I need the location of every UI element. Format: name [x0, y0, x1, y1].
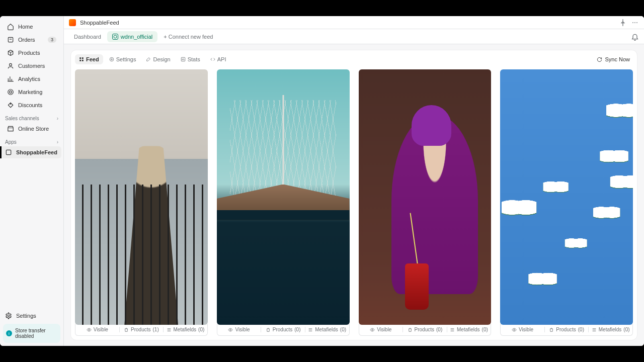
svg-point-16	[372, 329, 373, 330]
sync-now-button[interactable]: Sync Now	[594, 54, 633, 64]
nav-products[interactable]: Products	[2, 47, 61, 59]
nav-label: Products	[18, 50, 40, 56]
card-meta: Visible Products (1) Metafields (0)	[75, 324, 208, 336]
grid-icon	[79, 57, 84, 62]
meta-visible[interactable]: Visible	[217, 327, 261, 332]
meta-metafields[interactable]: Metafields (0)	[588, 327, 632, 332]
meta-visible[interactable]: Visible	[501, 327, 544, 332]
pin-icon[interactable]	[619, 19, 627, 27]
card-meta: Visible Products (0) Metafields (0)	[359, 324, 492, 336]
customers-icon	[7, 62, 14, 69]
brush-icon	[146, 57, 151, 62]
products-icon	[7, 49, 14, 56]
svg-point-3	[10, 91, 12, 94]
eye-icon	[87, 327, 92, 332]
meta-metafields[interactable]: Metafields (0)	[447, 327, 491, 332]
app-topbar: ShoppableFeed ⋯	[64, 16, 644, 29]
feed-tabs: Dashboard wdnn_official + Connect new fe…	[64, 29, 644, 44]
svg-rect-0	[8, 37, 13, 42]
gear-icon	[109, 57, 114, 62]
channels-section[interactable]: Sales channels ›	[0, 112, 63, 122]
subtab-settings[interactable]: Settings	[105, 54, 140, 64]
tab-connect-new[interactable]: + Connect new feed	[158, 31, 218, 42]
nav-label: Discounts	[18, 102, 42, 108]
meta-products[interactable]: Products (0)	[544, 327, 589, 332]
tab-feed-account[interactable]: wdnn_official	[107, 31, 157, 42]
meta-visible[interactable]: Visible	[75, 327, 119, 332]
app-logo-icon	[69, 19, 76, 26]
more-icon[interactable]: ⋯	[631, 19, 639, 27]
list-icon	[167, 327, 172, 332]
nav-settings[interactable]: Settings	[3, 310, 60, 322]
bag-icon	[408, 327, 413, 332]
discounts-icon	[7, 102, 14, 109]
subtab-api[interactable]: API	[206, 54, 230, 64]
nav-marketing[interactable]: Marketing	[2, 86, 61, 98]
eye-icon	[228, 327, 233, 332]
nav-app-shoppablefeed[interactable]: ShoppableFeed	[0, 146, 61, 158]
feed-card[interactable]: Visible Products (0) Metafields (0)	[359, 69, 492, 336]
svg-rect-9	[79, 60, 81, 61]
nav-label: Online Store	[18, 126, 49, 132]
feed-card[interactable]: Visible Products (0) Metafields (0)	[217, 69, 350, 336]
code-icon	[210, 57, 215, 62]
stats-icon	[181, 57, 186, 62]
nav-orders[interactable]: Orders 3	[2, 34, 61, 46]
svg-point-12	[110, 57, 114, 61]
svg-point-14	[88, 329, 90, 330]
nav-label: Marketing	[18, 89, 42, 95]
subtab-design[interactable]: Design	[142, 54, 174, 64]
nav-label: ShoppableFeed	[16, 149, 57, 155]
gear-icon	[5, 312, 12, 319]
main-area: ShoppableFeed ⋯ Dashboard wdnn_official …	[63, 16, 644, 346]
panel-subtabs: Feed Settings Design Stats	[71, 50, 637, 69]
nav-label: Customers	[18, 63, 45, 69]
subtab-stats[interactable]: Stats	[177, 54, 204, 64]
meta-products[interactable]: Products (0)	[261, 327, 305, 332]
bag-icon	[549, 327, 554, 332]
nav-discounts[interactable]: Discounts	[2, 99, 61, 111]
feed-card[interactable]: Visible Products (1) Metafields (0)	[75, 69, 208, 336]
svg-point-15	[230, 329, 231, 330]
home-icon	[7, 23, 14, 30]
eye-icon	[512, 327, 517, 332]
svg-point-1	[10, 63, 12, 66]
tab-dashboard[interactable]: Dashboard	[69, 31, 106, 42]
marketing-icon	[7, 88, 14, 96]
card-meta: Visible Products (0) Metafields (0)	[500, 324, 633, 336]
meta-products[interactable]: Products (0)	[403, 327, 447, 332]
analytics-icon	[7, 75, 14, 82]
store-transfer-note: i Store transfer disabled	[3, 324, 60, 343]
feed-card[interactable]: Visible Products (0) Metafields (0)	[500, 69, 633, 336]
nav-label: Analytics	[18, 76, 40, 82]
feed-grid: Visible Products (1) Metafields (0) Visi…	[71, 69, 637, 340]
nav-home[interactable]: Home	[2, 21, 61, 33]
list-icon	[592, 327, 597, 332]
feed-thumbnail	[217, 69, 350, 325]
feed-thumbnail	[359, 69, 492, 325]
bag-icon	[124, 327, 129, 332]
nav-customers[interactable]: Customers	[2, 60, 61, 72]
meta-metafields[interactable]: Metafields (0)	[163, 327, 207, 332]
bell-icon[interactable]	[631, 33, 639, 41]
svg-point-11	[111, 59, 112, 60]
apps-section[interactable]: Apps ›	[0, 135, 63, 146]
meta-metafields[interactable]: Metafields (0)	[305, 327, 349, 332]
subtab-feed[interactable]: Feed	[75, 54, 103, 64]
list-icon	[308, 327, 313, 332]
chevron-right-icon: ›	[57, 116, 58, 121]
nav-analytics[interactable]: Analytics	[2, 73, 61, 85]
nav-label: Home	[18, 24, 33, 30]
refresh-icon	[597, 57, 602, 62]
feed-panel: Feed Settings Design Stats	[71, 50, 637, 340]
meta-products[interactable]: Products (1)	[119, 327, 164, 332]
svg-rect-10	[82, 60, 84, 61]
nav-online-store[interactable]: Online Store	[2, 123, 61, 135]
instagram-icon	[112, 34, 118, 40]
svg-rect-8	[82, 57, 84, 59]
meta-visible[interactable]: Visible	[359, 327, 403, 332]
chevron-right-icon: ›	[57, 139, 58, 145]
card-meta: Visible Products (0) Metafields (0)	[217, 324, 350, 336]
list-icon	[450, 327, 455, 332]
orders-icon	[7, 36, 14, 43]
